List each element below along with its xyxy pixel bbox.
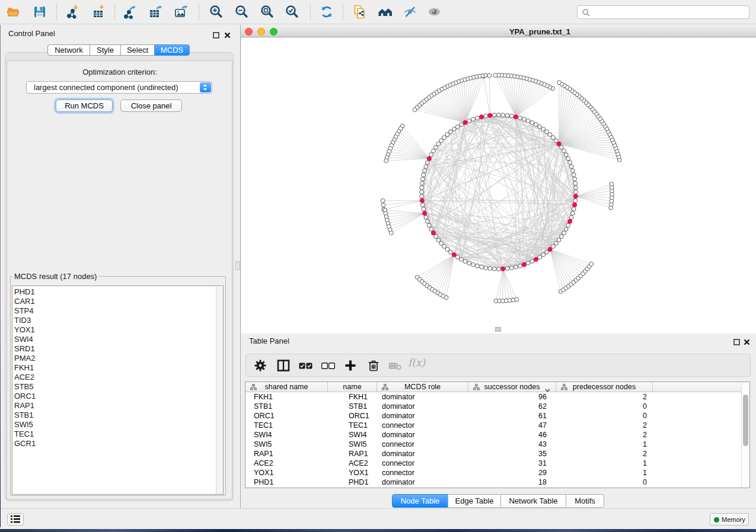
table-settings-icon[interactable]: [254, 359, 267, 374]
column-header-shared-name[interactable]: shared name: [245, 382, 328, 392]
import-network-icon[interactable]: [65, 4, 81, 20]
mcds-result-item[interactable]: SRD1: [12, 344, 223, 354]
criterion-dropdown[interactable]: largest connected component (undirected): [26, 81, 212, 94]
toolbar-separator: [114, 4, 115, 21]
desktop-wallpaper-strip: [0, 529, 756, 532]
table-panel-title: Table Panel: [249, 336, 289, 345]
show-all-icon[interactable]: [378, 4, 393, 20]
zoom-out-icon[interactable]: [234, 4, 250, 20]
hide-selected-icon[interactable]: [403, 4, 418, 20]
vertical-splitter[interactable]: [240, 25, 241, 508]
window-close-button[interactable]: [245, 28, 253, 36]
column-header-successor-nodes[interactable]: successor nodes: [468, 382, 556, 392]
run-mcds-button[interactable]: Run MCDS: [56, 100, 113, 112]
delete-column-icon[interactable]: [367, 359, 380, 374]
table-row[interactable]: FKH1FKH1dominator962: [245, 392, 749, 402]
column-header-filler: [653, 382, 749, 392]
network-window-titlebar[interactable]: YPA_prune.txt_1: [241, 27, 756, 37]
optimization-criterion-label: Optimization criterion:: [7, 68, 232, 76]
mcds-result-item[interactable]: SWI5: [12, 420, 223, 430]
search-icon: [582, 9, 590, 17]
mcds-result-item[interactable]: ACE2: [12, 373, 223, 382]
column-header-predecessor-nodes[interactable]: predecessor nodes: [556, 382, 653, 392]
tab-motifs[interactable]: Motifs: [566, 494, 604, 508]
table-row[interactable]: STB1STB1dominator620: [245, 402, 749, 411]
table-row[interactable]: ACE2ACE2connector311: [245, 459, 749, 468]
control-panel-tabs: Network Style Select MCDS: [47, 44, 190, 56]
export-image-icon[interactable]: [174, 4, 189, 20]
toolbar-separator: [56, 4, 57, 21]
vertical-splitter-handle[interactable]: [235, 261, 240, 270]
table-panel-float-icon[interactable]: [733, 337, 740, 348]
table-row[interactable]: TEC1TEC1connector472: [245, 421, 749, 430]
canvas-splitter-handle[interactable]: [495, 327, 501, 332]
table-row[interactable]: ORC1ORC1dominator610: [245, 411, 749, 421]
column-header-mcds-role[interactable]: MCDS role: [377, 382, 468, 392]
mcds-result-list[interactable]: PHD1CAR1STP4TID3YOX1SWI4SRD1PMA2FKH1ACE2…: [12, 286, 224, 495]
mcds-result-item[interactable]: FKH1: [12, 363, 223, 373]
mcds-result-item[interactable]: PHD1: [12, 287, 223, 297]
table-scrollbar-thumb[interactable]: [743, 395, 748, 446]
window-minimize-button[interactable]: [257, 28, 265, 36]
memory-button[interactable]: Memory: [710, 513, 749, 525]
mcds-result-item[interactable]: PMA2: [12, 354, 223, 363]
table-panel-close-icon[interactable]: [744, 337, 750, 348]
zoom-selected-icon[interactable]: [285, 4, 300, 20]
clone-network-icon[interactable]: [352, 4, 368, 20]
search-box[interactable]: [577, 5, 749, 19]
tab-style[interactable]: Style: [90, 44, 121, 56]
deselect-all-icon[interactable]: [321, 361, 335, 372]
criterion-value: largest connected component (undirected): [34, 82, 178, 93]
import-table-icon[interactable]: [91, 4, 107, 20]
delete-table-icon[interactable]: [389, 362, 402, 373]
function-builder-icon[interactable]: f(x): [408, 357, 425, 368]
table-row[interactable]: YOX1YOX1connector291: [245, 468, 749, 477]
show-selected-icon[interactable]: [427, 4, 442, 20]
table-row[interactable]: PHD1PHD1dominator180: [245, 477, 749, 487]
mcds-result-item[interactable]: YOX1: [12, 325, 223, 335]
control-panel-float-icon[interactable]: [213, 30, 219, 41]
window-maximize-button[interactable]: [270, 28, 277, 36]
tab-network[interactable]: Network: [47, 44, 90, 56]
mcds-result-item[interactable]: RAP1: [12, 401, 223, 411]
mcds-result-item[interactable]: STP4: [12, 306, 223, 316]
mcds-result-item[interactable]: SWI4: [12, 335, 223, 344]
tab-edge-table[interactable]: Edge Table: [448, 494, 501, 508]
desktop-wallpaper-edge: [0, 25, 1, 527]
network-canvas[interactable]: [241, 38, 756, 334]
zoom-fit-icon[interactable]: [260, 4, 275, 20]
node-table: shared name name MCDS role successor nod…: [245, 382, 750, 488]
mcds-result-item[interactable]: STB5: [12, 382, 223, 392]
tab-node-table[interactable]: Node Table: [392, 494, 448, 508]
export-network-icon[interactable]: [122, 4, 138, 20]
export-table-icon[interactable]: [148, 4, 164, 20]
toolbar-separator: [310, 4, 311, 21]
close-panel-button[interactable]: Close panel: [120, 100, 182, 112]
column-header-name[interactable]: name: [328, 382, 377, 392]
control-panel-close-icon[interactable]: [224, 30, 231, 41]
tab-network-table[interactable]: Network Table: [500, 494, 566, 508]
sort-chevron-icon: [545, 386, 550, 394]
open-file-icon[interactable]: [6, 4, 21, 20]
table-scrollbar[interactable]: [741, 382, 749, 488]
refresh-icon[interactable]: [319, 4, 334, 20]
table-row[interactable]: SWI4SWI4dominator462: [245, 430, 749, 440]
search-input[interactable]: [592, 7, 746, 18]
column-visibility-icon[interactable]: [277, 359, 290, 374]
mcds-result-item[interactable]: ORC1: [12, 392, 223, 401]
mcds-result-item[interactable]: GCR1: [12, 439, 223, 448]
select-all-icon[interactable]: [299, 361, 312, 372]
table-row[interactable]: SWI5SWI5connector431: [245, 440, 749, 449]
tab-mcds[interactable]: MCDS: [154, 44, 190, 56]
mcds-result-item[interactable]: CAR1: [12, 297, 223, 306]
table-row[interactable]: RAP1RAP1dominator352: [245, 449, 749, 459]
mcds-result-item[interactable]: TEC1: [12, 430, 223, 439]
mcds-result-item[interactable]: TID3: [12, 316, 223, 325]
save-session-icon[interactable]: [32, 4, 47, 20]
tab-select[interactable]: Select: [120, 44, 155, 56]
task-history-button[interactable]: [7, 513, 24, 525]
add-column-icon[interactable]: [344, 359, 357, 374]
mcds-list-scrollbar[interactable]: [216, 287, 224, 495]
mcds-result-item[interactable]: STB1: [12, 411, 223, 420]
zoom-in-icon[interactable]: [209, 4, 224, 20]
